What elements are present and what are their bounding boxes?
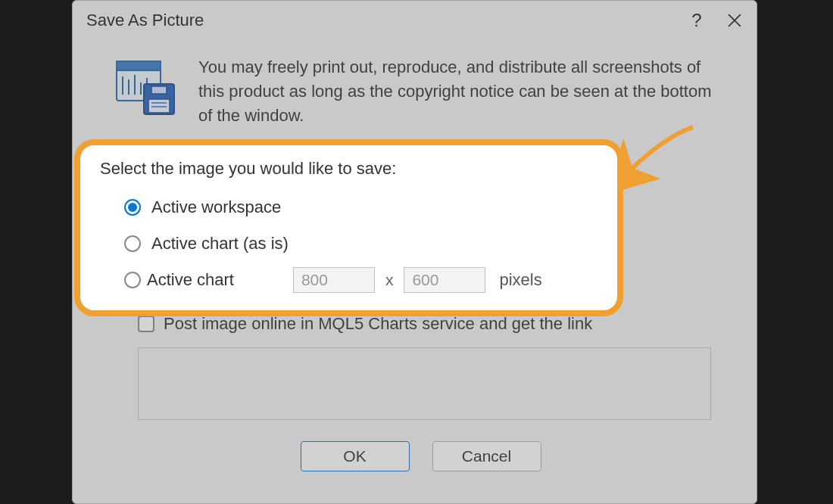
radio-chart-asis-label: Active chart (as is): [151, 234, 289, 254]
svg-rect-1: [117, 61, 161, 70]
close-button[interactable]: [716, 2, 753, 39]
pixels-label: pixels: [499, 270, 541, 290]
select-label: Select the image you would like to save:: [100, 159, 597, 179]
radio-workspace[interactable]: [124, 199, 141, 216]
post-online-checkbox[interactable]: [138, 316, 154, 332]
post-online-label: Post image online in MQL5 Charts service…: [164, 314, 592, 334]
intro-text: You may freely print out, reproduce, and…: [198, 55, 726, 128]
titlebar: Save As Picture ?: [73, 1, 757, 40]
ok-button[interactable]: OK: [301, 441, 410, 471]
picture-save-icon: [115, 60, 176, 120]
dialog-title: Save As Picture: [86, 11, 678, 30]
description-box: [138, 347, 711, 420]
width-input[interactable]: [293, 267, 375, 293]
height-input[interactable]: [404, 267, 485, 293]
radio-workspace-label: Active workspace: [151, 198, 281, 217]
radio-chart-asis[interactable]: [124, 235, 141, 252]
cancel-button[interactable]: Cancel: [432, 441, 541, 471]
radio-chart-label: Active chart: [147, 270, 234, 290]
dimension-x: x: [381, 271, 398, 289]
radio-chart[interactable]: [124, 272, 141, 288]
svg-rect-8: [151, 86, 167, 94]
help-button[interactable]: ?: [678, 2, 716, 39]
highlight-callout: Select the image you would like to save:…: [74, 139, 623, 316]
close-icon: [728, 14, 741, 27]
